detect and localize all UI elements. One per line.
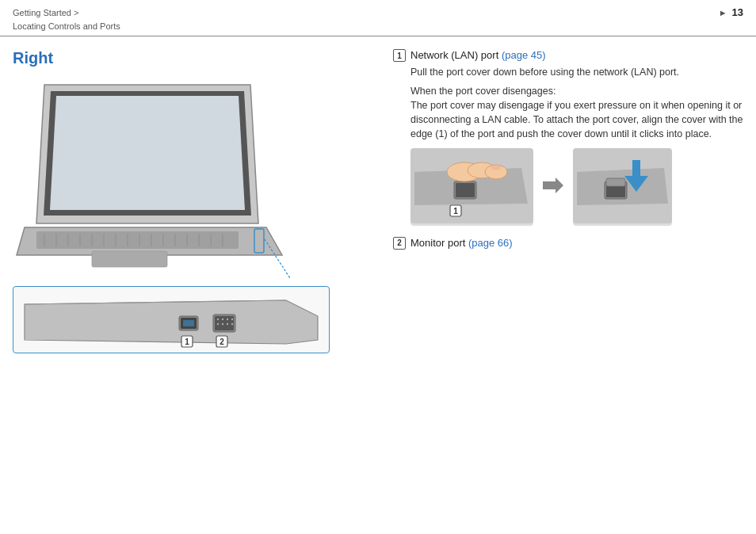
lan-img-svg-2 [573, 148, 672, 223]
svg-point-50 [491, 164, 501, 170]
svg-point-34 [231, 318, 233, 319]
svg-marker-53 [543, 177, 563, 193]
page-header: Getting Started > Locating Controls and … [0, 0, 756, 36]
svg-point-32 [222, 318, 223, 319]
port-title-2: Monitor port (page 66) [410, 237, 513, 249]
port-entry-1: 1 Network (LAN) port (page 45) Pull the … [393, 49, 743, 226]
page-number-area: ► 13 [719, 6, 743, 18]
port-name-1: Network (LAN) port [410, 49, 502, 61]
svg-point-37 [227, 322, 228, 324]
port-name-2: Monitor port [410, 237, 468, 249]
svg-point-36 [222, 322, 223, 324]
svg-text:1: 1 [185, 338, 189, 346]
lan-image-1: 1 [410, 148, 533, 226]
main-content: Right [0, 36, 756, 360]
laptop-illustration [13, 77, 346, 283]
section-title: Right [13, 49, 377, 67]
side-view-svg: 1 2 [17, 288, 326, 352]
svg-text:2: 2 [220, 338, 224, 346]
port-sub-heading-1: When the port cover disengages: [410, 86, 743, 97]
svg-rect-58 [606, 178, 625, 186]
breadcrumb-line2: Locating Controls and Ports [13, 20, 120, 33]
svg-rect-46 [456, 183, 475, 197]
port-sub-desc-1: The port cover may disengage if you exer… [410, 98, 743, 141]
lan-img-svg-1: 1 [410, 148, 533, 223]
breadcrumb: Getting Started > Locating Controls and … [13, 6, 120, 32]
svg-point-35 [217, 322, 219, 324]
svg-rect-21 [92, 251, 167, 267]
breadcrumb-line1: Getting Started > [13, 6, 120, 20]
arrow-svg [541, 174, 565, 197]
port-link-2[interactable]: (page 66) [468, 237, 513, 249]
port-header-1: 1 Network (LAN) port (page 45) [393, 49, 743, 62]
svg-rect-4 [36, 231, 239, 249]
side-view-box: 1 2 [13, 286, 330, 353]
port-desc-1: Pull the port cover down before using th… [410, 65, 743, 79]
svg-point-33 [227, 318, 228, 319]
right-panel: 1 Network (LAN) port (page 45) Pull the … [385, 49, 743, 353]
svg-marker-24 [25, 300, 318, 344]
lan-image-2 [573, 148, 672, 226]
port-header-2: 2 Monitor port (page 66) [393, 237, 743, 250]
lan-images: 1 [410, 148, 743, 226]
svg-rect-28 [183, 320, 194, 326]
left-panel: Right [13, 49, 377, 353]
svg-point-38 [231, 322, 233, 324]
svg-marker-2 [50, 96, 245, 210]
port-badge-1: 1 [393, 49, 406, 62]
port-title-1: Network (LAN) port (page 45) [410, 49, 546, 61]
port-entry-2: 2 Monitor port (page 66) [393, 237, 743, 250]
arrow-icon: ► [719, 8, 727, 17]
page-number: 13 [732, 6, 743, 18]
svg-text:1: 1 [453, 207, 458, 216]
laptop-svg [13, 77, 338, 279]
svg-point-31 [217, 318, 219, 319]
port-badge-2: 2 [393, 237, 406, 250]
arrow-between-images [541, 174, 565, 200]
port-link-1[interactable]: (page 45) [502, 49, 546, 61]
